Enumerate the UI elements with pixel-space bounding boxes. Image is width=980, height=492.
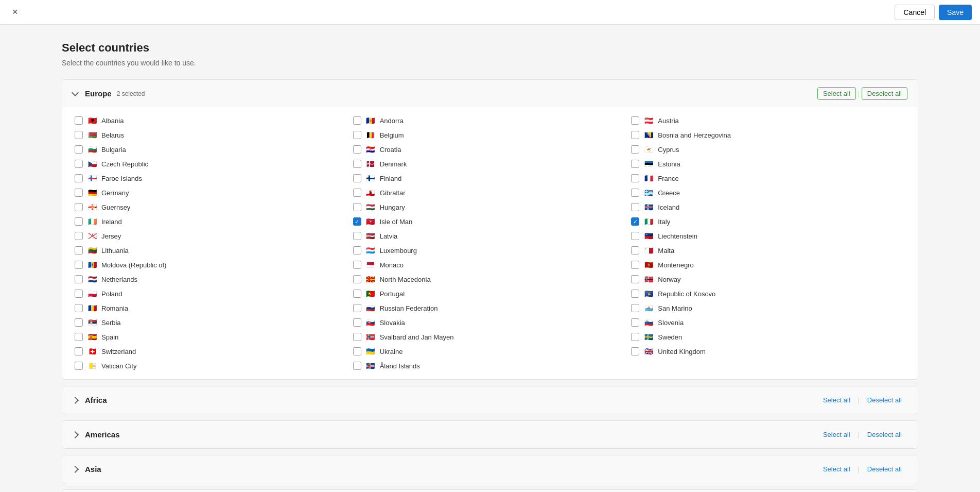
checkbox-svalbard-and-jan-mayen[interactable] — [353, 333, 361, 341]
checkbox-guernsey[interactable] — [75, 203, 83, 211]
checkbox-france[interactable] — [631, 174, 639, 182]
checkbox-portugal[interactable] — [353, 290, 361, 298]
country-name: Netherlands — [101, 276, 137, 283]
country-item: 🇸🇪Sweden — [629, 330, 907, 344]
checkbox-italy[interactable] — [631, 217, 639, 226]
flag-sweden: 🇸🇪 — [643, 333, 654, 341]
flag-finland: 🇫🇮 — [365, 175, 376, 182]
country-name: Belgium — [380, 131, 404, 139]
checkbox-poland[interactable] — [75, 290, 83, 298]
checkbox-faroe-islands[interactable] — [75, 174, 83, 182]
checkbox-germany[interactable] — [75, 189, 83, 197]
checkbox-switzerland[interactable] — [75, 347, 83, 355]
country-name: Slovakia — [380, 319, 405, 327]
country-name: Austria — [658, 117, 678, 125]
select-all-button-asia[interactable]: Select all — [817, 463, 856, 476]
checkbox-spain[interactable] — [75, 333, 83, 341]
checkbox-gibraltar[interactable] — [353, 189, 361, 197]
checkbox-albania[interactable] — [75, 116, 83, 125]
country-name: Luxembourg — [380, 247, 417, 255]
country-name: Liechtenstein — [658, 232, 697, 240]
checkbox-vatican-city[interactable] — [75, 362, 83, 370]
checkbox-belarus[interactable] — [75, 131, 83, 139]
checkbox-lithuania[interactable] — [75, 246, 83, 255]
action-divider-europe: | — [858, 90, 860, 97]
country-name: Finland — [380, 175, 402, 182]
checkbox-finland[interactable] — [353, 174, 361, 182]
region-label-europe: Europe — [85, 89, 112, 98]
country-name: San Marino — [658, 304, 692, 312]
checkbox-montenegro[interactable] — [631, 261, 639, 269]
checkbox-serbia[interactable] — [75, 318, 83, 327]
checkbox-slovakia[interactable] — [353, 318, 361, 327]
close-button[interactable]: × — [8, 5, 22, 20]
country-name: Bulgaria — [101, 146, 126, 154]
select-all-button-africa[interactable]: Select all — [817, 394, 856, 406]
checkbox-norway[interactable] — [631, 275, 639, 283]
checkbox-belgium[interactable] — [353, 131, 361, 139]
checkbox-bulgaria[interactable] — [75, 145, 83, 154]
region-actions-americas: Select all|Deselect all — [817, 428, 907, 441]
checkbox-romania[interactable] — [75, 304, 83, 312]
checkbox-andorra[interactable] — [353, 116, 361, 125]
checkbox-sweden[interactable] — [631, 333, 639, 341]
select-all-button-americas[interactable]: Select all — [817, 428, 856, 441]
checkbox-iceland[interactable] — [631, 203, 639, 211]
checkbox-cyprus[interactable] — [631, 145, 639, 154]
main-content: Select countries Select the countries yo… — [0, 25, 980, 492]
flag-romania: 🇷🇴 — [87, 304, 97, 312]
country-name: Germany — [101, 189, 129, 197]
deselect-all-button-americas[interactable]: Deselect all — [862, 428, 907, 441]
checkbox-slovenia[interactable] — [631, 318, 639, 327]
region-actions-asia: Select all|Deselect all — [817, 463, 907, 476]
checkbox-jersey[interactable] — [75, 232, 83, 240]
chevron-icon-africa — [72, 396, 79, 403]
checkbox-åland-islands[interactable] — [353, 362, 361, 370]
checkbox-ireland[interactable] — [75, 217, 83, 226]
select-all-button-europe[interactable]: Select all — [817, 87, 856, 100]
checkbox-netherlands[interactable] — [75, 275, 83, 283]
checkbox-isle-of-man[interactable] — [353, 217, 361, 226]
country-name: Ukraine — [380, 348, 403, 355]
checkbox-estonia[interactable] — [631, 160, 639, 168]
checkbox-denmark[interactable] — [353, 160, 361, 168]
checkbox-russian-federation[interactable] — [353, 304, 361, 312]
region-header-africa[interactable]: AfricaSelect all|Deselect all — [62, 386, 918, 414]
checkbox-luxembourg[interactable] — [353, 246, 361, 255]
checkbox-moldova-(republic-of)[interactable] — [75, 261, 83, 269]
country-item: 🇨🇾Cyprus — [629, 142, 907, 157]
checkbox-liechtenstein[interactable] — [631, 232, 639, 240]
region-actions-europe: Select all|Deselect all — [817, 87, 907, 100]
flag-liechtenstein: 🇱🇮 — [643, 232, 654, 240]
deselect-all-button-europe[interactable]: Deselect all — [862, 87, 907, 100]
checkbox-north-macedonia[interactable] — [353, 275, 361, 283]
country-item: 🇷🇸Serbia — [73, 315, 351, 330]
save-button[interactable]: Save — [939, 5, 972, 20]
country-name: Denmark — [380, 160, 407, 168]
checkbox-czech-republic[interactable] — [75, 160, 83, 168]
checkbox-greece[interactable] — [631, 189, 639, 197]
region-header-asia[interactable]: AsiaSelect all|Deselect all — [62, 455, 918, 483]
checkbox-united-kingdom[interactable] — [631, 347, 639, 355]
checkbox-bosnia-and-herzegovina[interactable] — [631, 131, 639, 139]
checkbox-austria[interactable] — [631, 116, 639, 125]
flag-montenegro: 🇲🇪 — [643, 261, 654, 268]
flag-slovakia: 🇸🇰 — [365, 319, 376, 326]
region-header-oceania[interactable]: OceaniaSelect all|Deselect all — [62, 490, 918, 492]
checkbox-ukraine[interactable] — [353, 347, 361, 355]
checkbox-croatia[interactable] — [353, 145, 361, 154]
checkbox-san-marino[interactable] — [631, 304, 639, 312]
checkbox-malta[interactable] — [631, 246, 639, 255]
region-header-americas[interactable]: AmericasSelect all|Deselect all — [62, 421, 918, 448]
checkbox-republic-of-kosovo[interactable] — [631, 290, 639, 298]
country-name: Romania — [101, 304, 128, 312]
region-label-asia: Asia — [85, 465, 101, 473]
deselect-all-button-asia[interactable]: Deselect all — [862, 463, 907, 476]
deselect-all-button-africa[interactable]: Deselect all — [862, 394, 907, 406]
checkbox-monaco[interactable] — [353, 261, 361, 269]
cancel-button[interactable]: Cancel — [895, 5, 935, 20]
checkbox-latvia[interactable] — [353, 232, 361, 240]
checkbox-hungary[interactable] — [353, 203, 361, 211]
country-name: Andorra — [380, 117, 404, 125]
region-header-europe[interactable]: Europe2 selectedSelect all|Deselect all — [62, 80, 918, 107]
